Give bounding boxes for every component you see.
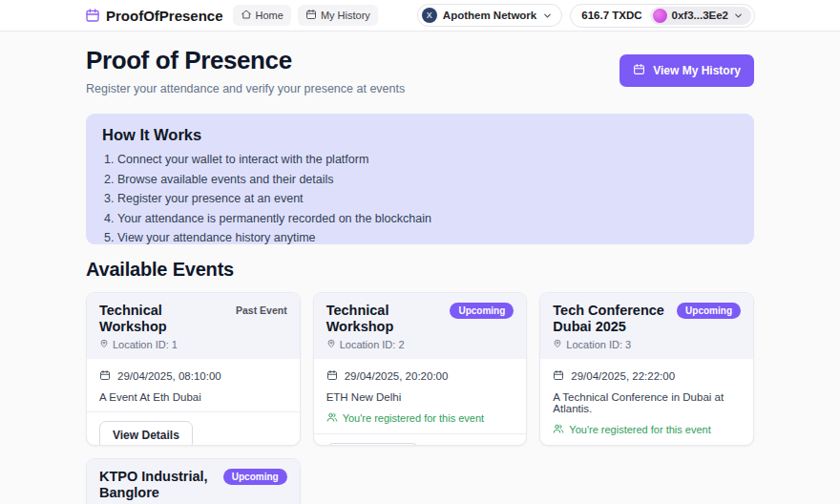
event-title: Technical Workshop [99,303,230,334]
event-location: Location ID: 2 [340,339,405,350]
event-location: Location ID: 1 [113,339,178,350]
events-grid: Technical Workshop Past Event Location I… [86,292,754,504]
status-badge: Past Event [236,303,287,318]
nav-item-home[interactable]: Home [233,5,291,26]
event-card: Tech Conference Dubai 2025 Upcoming Loca… [539,292,754,446]
event-title: Technical Workshop [326,303,445,334]
event-card-body: 29/04/2025, 08:10:00 A Event At Eth Duba… [87,359,300,411]
registered-label: You're registered for this event [569,424,710,435]
calendar-icon [553,369,564,383]
view-details-button[interactable]: View Details [99,421,193,446]
how-it-works-panel: How It Works Connect your wallet to inte… [86,114,754,244]
event-description: ETH New Delhi [326,391,514,403]
calendar-icon [326,369,338,383]
event-card-header: Technical Workshop Upcoming Location ID:… [314,293,527,359]
chevron-down-icon [542,10,553,21]
page-subtitle: Register your attendance and verify your… [86,82,405,95]
nav-item-my-history[interactable]: My History [298,5,378,26]
event-card-header: Technical Workshop Past Event Location I… [87,293,300,359]
event-title: KTPO Industrial, Banglore [99,469,218,500]
location-pin-icon [99,339,109,350]
event-description: A Event At Eth Dubai [99,391,287,403]
event-card-footer: View Details [540,445,753,446]
registered-label: You're registered for this event [343,412,484,424]
nav-my-history-label: My History [321,10,370,21]
step-item: Register your presence at an event [117,191,738,206]
event-card-header: Tech Conference Dubai 2025 Upcoming Loca… [540,293,753,359]
event-card-footer: View Details [87,411,300,446]
account-menu[interactable]: 0xf3...3Ee2 [650,7,751,25]
people-icon [326,411,338,425]
top-bar: ProofOfPresence Home My History X Apothe… [0,0,840,32]
xdc-network-icon: X [422,8,437,23]
status-badge: Upcoming [450,303,514,319]
event-datetime: 29/04/2025, 22:22:00 [571,370,675,382]
event-card-body: 29/04/2025, 20:20:00 ETH New Delhi You'r… [314,359,527,433]
location-pin-icon [326,339,336,350]
status-badge: Upcoming [223,469,287,485]
main-content: Proof of Presence Register your attendan… [86,46,754,504]
how-it-works-steps: Connect your wallet to interact with the… [117,152,738,245]
page-title: Proof of Presence [86,46,405,75]
view-my-history-button[interactable]: View My History [620,54,754,87]
calendar-icon [633,63,645,78]
brand[interactable]: ProofOfPresence [85,8,223,24]
event-card: Technical Workshop Upcoming Location ID:… [313,292,528,446]
network-selector[interactable]: X Apothem Network [417,4,562,27]
step-item: Browse available events and their detail… [117,172,738,187]
event-location: Location ID: 3 [566,339,631,350]
step-item: Your attendance is permanently recorded … [117,211,738,226]
status-badge: Upcoming [677,303,741,319]
event-datetime: 29/04/2025, 20:20:00 [345,370,449,382]
network-label: Apothem Network [443,10,536,21]
people-icon [553,423,564,436]
home-icon [241,9,252,22]
view-details-button[interactable]: View Details [326,443,420,446]
hero-section: Proof of Presence Register your attendan… [86,46,754,95]
location-pin-icon [553,339,562,350]
wallet-widget: 616.7 TXDC 0xf3...3Ee2 [570,4,755,28]
nav-home-label: Home [256,10,284,21]
calendar-icon [99,369,111,383]
event-card-footer: View Details [314,433,527,446]
brand-name: ProofOfPresence [106,8,223,24]
view-my-history-label: View My History [653,64,741,77]
event-card: KTPO Industrial, Banglore Upcoming Locat… [86,458,301,504]
calendar-logo-icon [85,8,100,23]
available-events-title: Available Events [86,259,754,281]
event-datetime: 29/04/2025, 08:10:00 [117,370,221,382]
calendar-icon [305,9,317,22]
event-card: Technical Workshop Past Event Location I… [86,292,301,446]
wallet-balance: 616.7 TXDC [581,10,641,21]
event-title: Tech Conference Dubai 2025 [553,303,671,334]
how-it-works-title: How It Works [102,126,738,144]
main-nav: Home My History [233,5,378,26]
event-description: A Technical Conference in Dubai at Atlan… [553,391,741,414]
account-address: 0xf3...3Ee2 [672,10,728,21]
event-card-body: 29/04/2025, 22:22:00 A Technical Confere… [540,359,753,445]
account-avatar [653,9,667,23]
event-card-header: KTPO Industrial, Banglore Upcoming Locat… [87,459,300,504]
chevron-down-icon [733,10,744,21]
step-item: Connect your wallet to interact with the… [117,152,738,167]
step-item: View your attendance history anytime [117,230,738,245]
